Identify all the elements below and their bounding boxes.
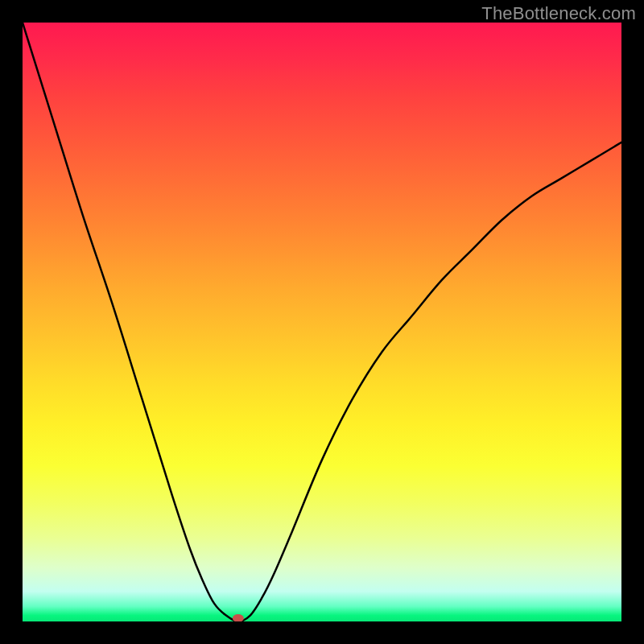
- minimum-marker: [233, 614, 244, 621]
- chart-frame: TheBottleneck.com: [0, 0, 644, 644]
- plot-area: [23, 23, 621, 621]
- bottleneck-curve: [23, 23, 621, 621]
- bottleneck-curve-svg: [23, 23, 621, 621]
- watermark-text: TheBottleneck.com: [481, 3, 636, 24]
